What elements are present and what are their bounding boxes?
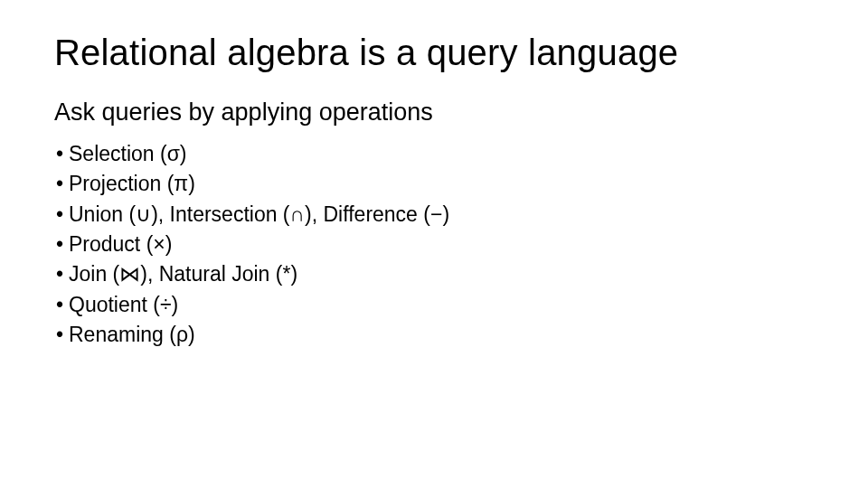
list-item: Product (×): [56, 230, 814, 259]
slide: Relational algebra is a query language A…: [0, 0, 868, 488]
list-item: Projection (π): [56, 169, 814, 199]
list-item: Renaming (ρ): [56, 320, 814, 350]
slide-subheading: Ask queries by applying operations: [54, 99, 814, 127]
slide-title: Relational algebra is a query language: [54, 32, 814, 73]
bullet-list: Selection (σ) Projection (π) Union (∪), …: [54, 139, 814, 350]
list-item: Union (∪), Intersection (∩), Difference …: [56, 200, 814, 230]
list-item: Quotient (÷): [56, 290, 814, 320]
list-item: Join (⋈), Natural Join (*): [56, 259, 814, 289]
list-item: Selection (σ): [56, 139, 814, 169]
